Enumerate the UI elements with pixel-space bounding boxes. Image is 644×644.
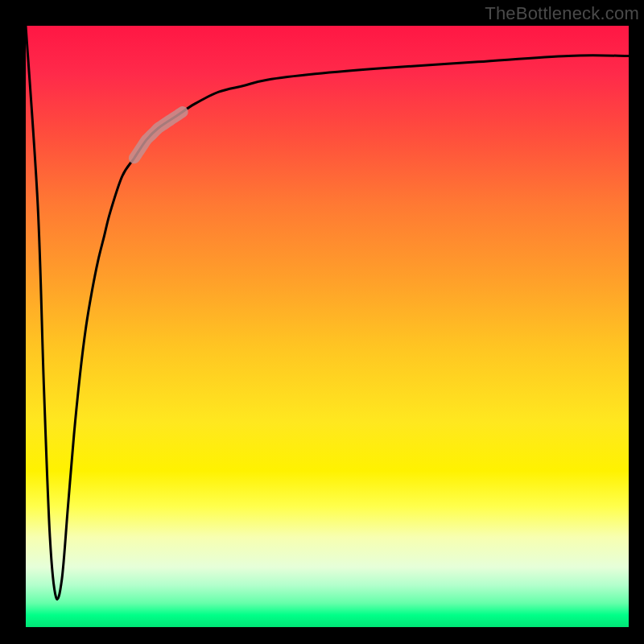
bottleneck-curve <box>26 26 629 599</box>
curve-layer <box>26 26 629 627</box>
curve-highlight <box>134 112 183 158</box>
watermark-text: TheBottleneck.com <box>485 3 639 24</box>
plot-area <box>26 26 629 627</box>
chart-stage: TheBottleneck.com <box>0 0 644 644</box>
